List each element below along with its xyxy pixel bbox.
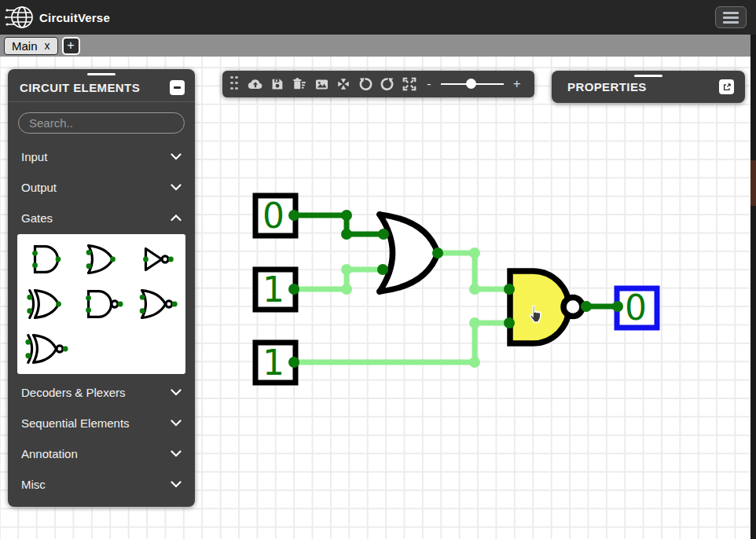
pin-dot[interactable] xyxy=(581,301,592,312)
top-navbar: CircuitVerse xyxy=(0,0,756,35)
gates-drawer xyxy=(17,234,185,374)
chevron-down-icon xyxy=(171,481,182,488)
scrollbar-vertical[interactable] xyxy=(750,35,756,539)
sidebar-item-decoders-plexers[interactable]: Decoders & Plexers xyxy=(8,377,195,408)
circuitverse-logo-icon xyxy=(5,3,36,31)
wire-node[interactable] xyxy=(341,284,352,295)
xor-gate-icon[interactable] xyxy=(24,284,69,324)
pin-dot[interactable] xyxy=(504,284,515,295)
fit-to-screen-icon[interactable] xyxy=(336,76,351,92)
wire-node[interactable] xyxy=(469,284,480,295)
save-icon[interactable] xyxy=(270,76,285,92)
redo-icon[interactable] xyxy=(380,76,395,92)
search-input[interactable] xyxy=(18,112,185,134)
input-value-2: 1 xyxy=(262,343,284,383)
wire-input2-to-nand[interactable] xyxy=(294,323,509,362)
pin-dot[interactable] xyxy=(288,284,299,295)
or-gate[interactable] xyxy=(380,214,438,292)
wire-node[interactable] xyxy=(469,248,480,258)
not-gate-icon[interactable] xyxy=(134,240,179,279)
tab-close-button[interactable]: x xyxy=(45,39,50,52)
scrollbar-thumb[interactable] xyxy=(750,160,756,206)
wire-node[interactable] xyxy=(341,210,352,221)
wire-node[interactable] xyxy=(341,229,352,240)
zoom-slider-knob[interactable] xyxy=(466,79,476,89)
input-value-1: 1 xyxy=(262,270,284,310)
export-image-icon[interactable] xyxy=(314,76,329,92)
tab-main[interactable]: Main x xyxy=(4,37,58,55)
pin-dot[interactable] xyxy=(432,248,443,258)
wire-node[interactable] xyxy=(341,264,352,275)
or-gate-icon[interactable] xyxy=(79,240,124,279)
zoom-in-button[interactable]: + xyxy=(510,76,524,92)
nand-gate-selected[interactable] xyxy=(510,271,582,343)
xnor-gate-icon[interactable] xyxy=(24,329,69,368)
sidebar-item-gates[interactable]: Gates xyxy=(8,203,195,233)
wire-input1-to-or[interactable] xyxy=(294,270,383,289)
hamburger-menu-button[interactable] xyxy=(715,6,747,28)
input-value-0: 0 xyxy=(262,196,284,236)
properties-panel: PROPERTIES xyxy=(552,71,745,103)
properties-title: PROPERTIES xyxy=(567,80,647,94)
chevron-down-icon xyxy=(171,420,182,427)
delete-icon[interactable] xyxy=(292,76,307,92)
pin-dot[interactable] xyxy=(377,264,388,275)
collapse-panel-button[interactable] xyxy=(170,80,185,95)
nand-gate-icon[interactable] xyxy=(79,284,124,324)
chevron-down-icon xyxy=(171,184,182,191)
pin-dot[interactable] xyxy=(612,301,623,312)
output-value: 0 xyxy=(625,288,647,328)
wire-or-to-nand[interactable] xyxy=(438,253,509,289)
pin-dot[interactable] xyxy=(288,357,299,368)
tab-label: Main xyxy=(12,39,38,53)
zoom-out-button[interactable]: - xyxy=(424,76,435,92)
and-gate-icon[interactable] xyxy=(24,240,69,279)
sidebar-item-annotation[interactable]: Annotation xyxy=(8,438,195,469)
add-circuit-button[interactable]: + xyxy=(62,37,80,55)
pin-dot[interactable] xyxy=(288,210,299,221)
hamburger-icon xyxy=(723,12,739,14)
wire-node[interactable] xyxy=(469,317,480,328)
sidebar-item-output[interactable]: Output xyxy=(8,172,195,203)
wire-input0-to-or[interactable] xyxy=(294,215,384,234)
undo-icon[interactable] xyxy=(358,76,373,92)
panel-title: CIRCUIT ELEMENTS xyxy=(20,81,140,94)
minus-icon xyxy=(174,86,181,89)
chevron-down-icon xyxy=(171,450,182,457)
sidebar-item-misc[interactable]: Misc xyxy=(8,469,195,500)
zoom-slider[interactable] xyxy=(441,79,504,90)
toolbar-drag-handle-icon[interactable] xyxy=(230,76,240,93)
chevron-down-icon xyxy=(171,389,182,396)
pin-dot[interactable] xyxy=(378,229,389,240)
chevron-up-icon xyxy=(171,214,182,222)
canvas-toolbar: - + xyxy=(222,71,534,97)
open-in-new-icon xyxy=(722,82,732,92)
nand-bubble xyxy=(563,298,582,317)
nor-gate-icon[interactable] xyxy=(134,284,179,324)
chevron-down-icon xyxy=(171,153,182,160)
pin-dot[interactable] xyxy=(504,317,515,328)
sidebar-item-sequential-elements[interactable]: Sequential Elements xyxy=(8,408,195,438)
brand-title[interactable]: CircuitVerse xyxy=(39,11,110,24)
cloud-upload-icon[interactable] xyxy=(248,76,263,92)
pop-out-button[interactable] xyxy=(719,79,734,94)
fullscreen-icon[interactable] xyxy=(402,76,417,92)
sidebar-item-input[interactable]: Input xyxy=(8,141,195,172)
hand-cursor-icon xyxy=(525,303,546,328)
circuit-elements-panel: CIRCUIT ELEMENTS Input Output Gates xyxy=(8,69,195,507)
circuit-tabbar: Main x + xyxy=(0,35,756,57)
wire-node[interactable] xyxy=(469,357,480,368)
